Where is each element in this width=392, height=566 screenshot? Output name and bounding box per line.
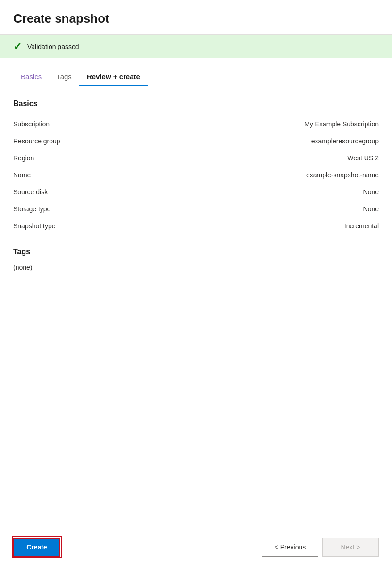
row-snapshot-type: Snapshot type Incremental (13, 217, 379, 234)
row-resource-group: Resource group exampleresourcegroup (13, 133, 379, 150)
footer: Create < Previous Next > (0, 528, 392, 566)
row-subscription: Subscription My Example Subscription (13, 116, 379, 133)
tags-section-title: Tags (13, 248, 379, 256)
row-storage-type: Storage type None (13, 200, 379, 217)
label-region: Region (13, 154, 145, 162)
footer-nav: < Previous Next > (262, 538, 379, 557)
tags-section: Tags (none) (13, 248, 379, 271)
tab-bar: Basics Tags Review + create (13, 66, 379, 86)
row-region: Region West US 2 (13, 150, 379, 166)
tags-value: (none) (13, 264, 379, 271)
value-subscription: My Example Subscription (145, 120, 379, 128)
tab-review-create[interactable]: Review + create (79, 68, 148, 86)
next-button: Next > (322, 538, 379, 557)
validation-banner: ✓ Validation passed (0, 35, 392, 58)
basics-details-table: Subscription My Example Subscription Res… (13, 116, 379, 234)
value-resource-group: exampleresourcegroup (145, 137, 379, 145)
page-container: Create snapshot ✓ Validation passed Basi… (0, 0, 392, 566)
main-content: Basics Tags Review + create Basics Subsc… (0, 66, 392, 528)
row-name: Name example-snapshot-name (13, 166, 379, 183)
tab-basics[interactable]: Basics (13, 68, 49, 86)
page-title: Create snapshot (13, 11, 379, 26)
label-name: Name (13, 171, 145, 179)
basics-section-title: Basics (13, 100, 379, 108)
row-source-disk: Source disk None (13, 183, 379, 200)
checkmark-icon: ✓ (13, 42, 22, 52)
value-region: West US 2 (145, 154, 379, 162)
validation-text: Validation passed (27, 43, 79, 50)
value-storage-type: None (145, 205, 379, 213)
label-resource-group: Resource group (13, 137, 145, 145)
label-storage-type: Storage type (13, 205, 145, 213)
value-source-disk: None (145, 188, 379, 196)
value-name: example-snapshot-name (145, 171, 379, 179)
label-snapshot-type: Snapshot type (13, 222, 145, 230)
label-subscription: Subscription (13, 120, 145, 128)
tab-tags[interactable]: Tags (49, 68, 79, 86)
create-button[interactable]: Create (13, 538, 60, 557)
label-source-disk: Source disk (13, 188, 145, 196)
value-snapshot-type: Incremental (145, 222, 379, 230)
previous-button[interactable]: < Previous (262, 538, 318, 557)
page-header: Create snapshot (0, 0, 392, 35)
